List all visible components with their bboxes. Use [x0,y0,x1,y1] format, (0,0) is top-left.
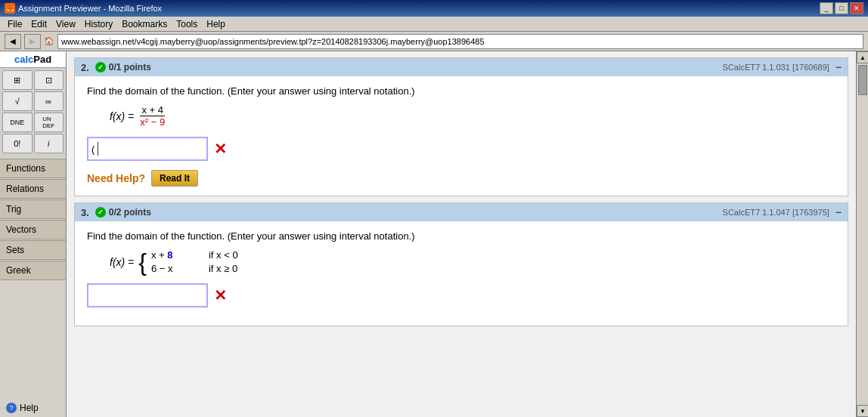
content-area[interactable]: 2. ✓ 0/1 points SCalcET7 1.1.031 [176068… [67,51,856,417]
maximize-button[interactable]: □ [835,2,848,14]
answer-area-1: ( ✕ [87,137,835,161]
sidebar-item-functions[interactable]: Functions [0,159,66,178]
title-bar: 🦊 Assignment Previewer - Mozilla Firefox… [0,0,868,17]
piecewise-formula: f(x) = { x + 8 if x < 0 6 − x if x ≥ 0 [110,249,835,274]
question-body-1: Find the domain of the function. (Enter … [75,76,848,196]
points-text-2: 0/2 points [109,207,151,218]
need-help-area-1: Need Help? Read It [87,170,835,187]
cursor-1 [98,142,98,156]
close-button[interactable]: ✕ [850,2,863,14]
case1-cond: if x < 0 [209,249,238,261]
help-label: Help [20,403,39,413]
pad-label: Pad [33,54,51,65]
help-item[interactable]: ? Help [0,399,66,417]
window-controls[interactable]: _ □ ✕ [820,2,863,14]
pad-btn-undef[interactable]: UNDEF [34,113,64,132]
question-text-1: Find the domain of the function. (Enter … [87,85,835,97]
read-it-button-1[interactable]: Read It [151,170,198,187]
menu-file[interactable]: File [3,17,26,31]
formula-fraction-1: x + 4 x² − 9 [138,104,166,128]
sidebar-item-sets[interactable]: Sets [0,240,66,260]
scroll-down-button[interactable]: ▼ [857,405,868,417]
help-icon: ? [6,403,17,413]
answer-input-1[interactable]: ( [87,137,208,161]
sidebar-item-vectors[interactable]: Vectors [0,220,66,239]
wrong-mark-2: ✕ [214,286,227,304]
piecewise-fx: f(x) = [110,256,134,268]
question-id-2: SCalcET7 1.1.047 [1763975] [723,208,829,217]
address-bar: ◀ ▶ 🏠 [0,32,868,51]
scroll-track[interactable] [857,63,868,405]
formula-1: f(x) = x + 4 x² − 9 [110,104,835,128]
collapse-btn-1[interactable]: − [835,61,842,73]
fraction-numerator-1: x + 4 [140,104,165,116]
question-id-1: SCalcET7 1.1.031 [1760689] [723,63,829,72]
browser-icon: 🦊 [5,3,15,14]
green-circle-2: ✓ [95,207,106,218]
address-input[interactable] [57,34,863,49]
calc-label: calc [14,54,33,65]
question-header-2: 3. ✓ 0/2 points SCalcET7 1.1.047 [176397… [75,203,848,221]
pad-btn-i[interactable]: i [34,134,64,153]
points-text-1: 0/1 points [109,62,151,73]
pad-btn-grid1[interactable]: ⊞ [2,70,33,90]
calcpad-title: calcPad [0,51,66,68]
question-text-2: Find the domain of the function. (Enter … [87,230,835,242]
menu-help[interactable]: Help [202,17,230,31]
home-icon: 🏠 [44,36,54,46]
menu-bar: File Edit View History Bookmarks Tools H… [0,17,868,32]
points-badge-1: ✓ 0/1 points [95,62,151,73]
pad-btn-dne[interactable]: DNE [2,113,33,132]
forward-button[interactable]: ▶ [24,34,41,49]
back-button[interactable]: ◀ [5,34,21,49]
scrollbar[interactable]: ▲ ▼ [856,51,868,417]
pad-btn-grid2[interactable]: ⊡ [34,70,64,90]
wrong-mark-1: ✕ [214,140,227,158]
menu-view[interactable]: View [51,17,80,31]
menu-history[interactable]: History [80,17,117,31]
fraction-denominator-1: x² − 9 [138,116,166,128]
question-block-2: 3. ✓ 0/2 points SCalcET7 1.1.047 [176397… [74,202,848,326]
answer-input-2[interactable] [87,283,208,307]
answer-prefix-1: ( [91,144,95,155]
piecewise-case-1: x + 8 if x < 0 [151,249,238,261]
pad-btn-infinity[interactable]: ∞ [34,91,64,111]
sidebar-item-greek[interactable]: Greek [0,261,66,280]
case2-cond: if x ≥ 0 [209,263,237,274]
answer-area-2: ✕ [87,283,835,307]
question-body-2: Find the domain of the function. (Enter … [75,221,848,326]
piecewise-case-2: 6 − x if x ≥ 0 [151,263,238,274]
main-layout: calcPad ⊞ ⊡ √ ∞ DNE UNDEF 0! i Functions… [0,51,868,417]
formula-fx-1: f(x) = [110,110,134,122]
sidebar-nav: Functions Relations Trig Vectors Sets Gr… [0,159,66,281]
case1-expr: x + 8 [151,249,197,261]
pad-btn-factorial[interactable]: 0! [2,134,33,153]
question-num-1: 2. [81,62,89,73]
sidebar-item-trig[interactable]: Trig [0,199,66,219]
pad-btn-sqrt[interactable]: √ [2,91,33,111]
sidebar-item-relations[interactable]: Relations [0,179,66,199]
question-num-2: 3. [81,207,89,218]
points-badge-2: ✓ 0/2 points [95,207,151,218]
piecewise-cases: x + 8 if x < 0 6 − x if x ≥ 0 [151,249,238,274]
brace-icon: { [138,250,147,274]
menu-edit[interactable]: Edit [26,17,51,31]
scroll-up-button[interactable]: ▲ [857,51,868,63]
collapse-btn-2[interactable]: − [835,206,842,218]
green-circle-1: ✓ [95,62,106,73]
menu-tools[interactable]: Tools [172,17,202,31]
need-help-text-1: Need Help? [87,172,145,184]
pad-grid: ⊞ ⊡ √ ∞ DNE UNDEF 0! i [0,68,66,156]
question-header-1: 2. ✓ 0/1 points SCalcET7 1.1.031 [176068… [75,58,848,76]
menu-bookmarks[interactable]: Bookmarks [117,17,172,31]
scroll-thumb[interactable] [858,65,867,95]
case2-expr: 6 − x [151,263,197,274]
question-block-1: 2. ✓ 0/1 points SCalcET7 1.1.031 [176068… [74,57,848,196]
sidebar: calcPad ⊞ ⊡ √ ∞ DNE UNDEF 0! i Functions… [0,51,67,417]
window-title: Assignment Previewer - Mozilla Firefox [18,4,162,13]
minimize-button[interactable]: _ [820,2,833,14]
